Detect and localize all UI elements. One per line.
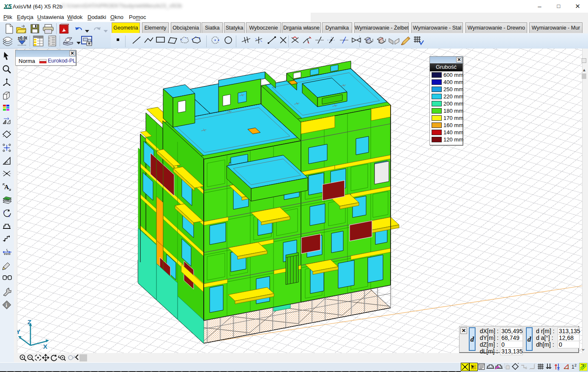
svg-text:1: 1 [3,210,5,213]
svg-text:X: X [43,343,47,350]
svg-text:2: 2 [574,363,577,367]
svg-text:±0.00: ±0.00 [18,36,27,41]
svg-text:A: A [4,184,9,190]
svg-text:2: 2 [8,215,10,217]
svg-text:1: 1 [572,364,574,370]
svg-text:Z: Z [27,319,31,326]
